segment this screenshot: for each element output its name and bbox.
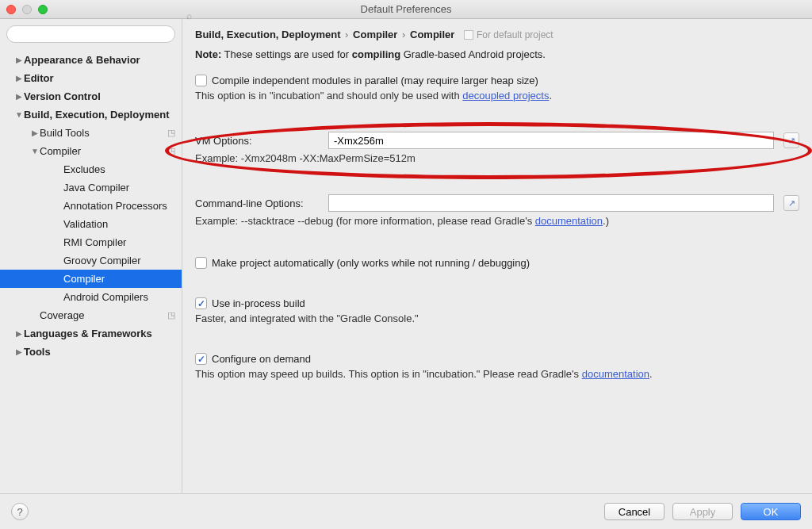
- chevron-right-icon[interactable]: ▶: [30, 128, 40, 137]
- parallel-subtext: This option is in "incubation" and shoul…: [195, 90, 799, 102]
- breadcrumb-part: Compiler: [410, 29, 454, 40]
- cmdline-options-input[interactable]: [328, 194, 774, 212]
- sidebar-item-label: Languages & Frameworks: [24, 328, 175, 339]
- parallel-label: Compile independent modules in parallel …: [212, 75, 538, 86]
- vm-options-example: Example: -Xmx2048m -XX:MaxPermSize=512m: [195, 152, 799, 164]
- parallel-checkbox[interactable]: [195, 75, 207, 86]
- apply-button: Apply: [672, 503, 733, 520]
- help-button[interactable]: ?: [11, 503, 29, 520]
- sidebar-item[interactable]: Java Compiler: [0, 178, 182, 197]
- ok-button[interactable]: OK: [741, 503, 801, 520]
- vm-options-label: VM Options:: [195, 135, 319, 147]
- sidebar-item[interactable]: Coverage◳: [0, 306, 182, 324]
- sidebar-item-label: Groovy Compiler: [63, 255, 175, 266]
- note-text: Note: These settings are used for compil…: [195, 48, 799, 60]
- chevron-right-icon[interactable]: ▶: [14, 92, 24, 101]
- sidebar-item[interactable]: ▼Build, Execution, Deployment: [0, 105, 182, 124]
- sidebar-item-label: Build, Execution, Deployment: [24, 109, 175, 121]
- sidebar-item[interactable]: ▶Editor: [0, 69, 182, 87]
- in-process-subtext: Faster, and integrated with the "Gradle …: [195, 312, 799, 324]
- sidebar-item-label: Java Compiler: [63, 182, 175, 194]
- sidebar-item-label: Android Compilers: [63, 291, 175, 303]
- expand-field-button[interactable]: ↗: [783, 195, 799, 211]
- gradle-docs-link-2[interactable]: documentation: [582, 368, 649, 380]
- cancel-button[interactable]: Cancel: [604, 503, 665, 520]
- sidebar-item[interactable]: ▶Build Tools◳: [0, 124, 182, 142]
- chevron-right-icon[interactable]: ▶: [14, 74, 24, 82]
- sidebar-item[interactable]: Compiler: [0, 270, 182, 288]
- sidebar-item[interactable]: ▼Compiler◳: [0, 142, 182, 160]
- sidebar-item-label: Coverage: [40, 309, 167, 321]
- window-title: Default Preferences: [0, 3, 812, 15]
- breadcrumb-part: Build, Execution, Deployment: [195, 29, 340, 40]
- sidebar-item[interactable]: ▶Appearance & Behavior: [0, 51, 182, 69]
- in-process-label: Use in-process build: [212, 297, 305, 309]
- chevron-right-icon[interactable]: ▶: [14, 56, 24, 64]
- gradle-docs-link[interactable]: documentation: [535, 215, 603, 227]
- sidebar-item-label: Excludes: [63, 163, 175, 175]
- sidebar-item-label: Validation: [63, 218, 175, 230]
- preferences-tree: ▶Appearance & Behavior▶Editor▶Version Co…: [0, 48, 182, 493]
- sidebar-item[interactable]: Android Compilers: [0, 288, 182, 306]
- sidebar-item-label: RMI Compiler: [63, 236, 175, 248]
- sidebar-item-label: Appearance & Behavior: [24, 54, 175, 66]
- project-badge-icon: ◳: [167, 146, 175, 156]
- sidebar-item-label: Compiler: [63, 273, 175, 285]
- breadcrumb-suffix: For default project: [464, 29, 553, 40]
- configure-on-demand-label: Configure on demand: [212, 353, 311, 365]
- footer: ? Cancel Apply OK: [0, 493, 812, 529]
- make-auto-checkbox[interactable]: [195, 257, 207, 269]
- chevron-right-icon[interactable]: ▶: [14, 347, 24, 356]
- sidebar-item[interactable]: ▶Tools: [0, 343, 182, 361]
- in-process-checkbox[interactable]: [195, 297, 207, 309]
- breadcrumb-sep: ›: [345, 29, 348, 40]
- configure-on-demand-subtext: This option may speed up builds. This op…: [195, 368, 799, 380]
- sidebar-item[interactable]: ▶Version Control: [0, 87, 182, 105]
- chevron-down-icon[interactable]: ▼: [30, 147, 40, 155]
- titlebar: Default Preferences: [0, 0, 812, 19]
- chevron-down-icon[interactable]: ▼: [14, 110, 24, 119]
- sidebar-item-label: Annotation Processors: [63, 200, 175, 212]
- search-input[interactable]: [6, 25, 175, 43]
- sidebar-item-label: Tools: [24, 346, 175, 358]
- sidebar-item[interactable]: Groovy Compiler: [0, 251, 182, 270]
- sidebar-item[interactable]: Validation: [0, 215, 182, 233]
- project-badge-icon: ◳: [167, 128, 175, 138]
- make-auto-label: Make project automatically (only works w…: [212, 257, 530, 269]
- configure-on-demand-checkbox[interactable]: [195, 353, 207, 365]
- project-badge-icon: ◳: [167, 310, 175, 320]
- sidebar-item-label: Build Tools: [40, 127, 167, 139]
- breadcrumb: Build, Execution, Deployment › Compiler …: [195, 29, 799, 40]
- expand-field-button[interactable]: ↗: [783, 132, 799, 148]
- decoupled-projects-link[interactable]: decoupled projects: [462, 90, 549, 102]
- vm-options-input[interactable]: [328, 132, 774, 149]
- sidebar-item-label: Version Control: [24, 90, 175, 102]
- sidebar-item[interactable]: Annotation Processors: [0, 197, 182, 215]
- main-panel: Build, Execution, Deployment › Compiler …: [182, 19, 812, 493]
- cmdline-options-example: Example: --stacktrace --debug (for more …: [195, 215, 799, 227]
- sidebar: ⌕ ▶Appearance & Behavior▶Editor▶Version …: [0, 19, 182, 493]
- sidebar-item[interactable]: RMI Compiler: [0, 233, 182, 251]
- sidebar-item[interactable]: ▶Languages & Frameworks: [0, 324, 182, 343]
- chevron-right-icon[interactable]: ▶: [14, 329, 24, 338]
- sidebar-item-label: Compiler: [40, 145, 167, 157]
- sidebar-item-label: Editor: [24, 72, 175, 84]
- breadcrumb-part: Compiler: [353, 29, 397, 40]
- default-project-icon: [464, 30, 473, 40]
- sidebar-item[interactable]: Excludes: [0, 160, 182, 178]
- cmdline-options-label: Command-line Options:: [195, 197, 319, 209]
- breadcrumb-sep: ›: [402, 29, 405, 40]
